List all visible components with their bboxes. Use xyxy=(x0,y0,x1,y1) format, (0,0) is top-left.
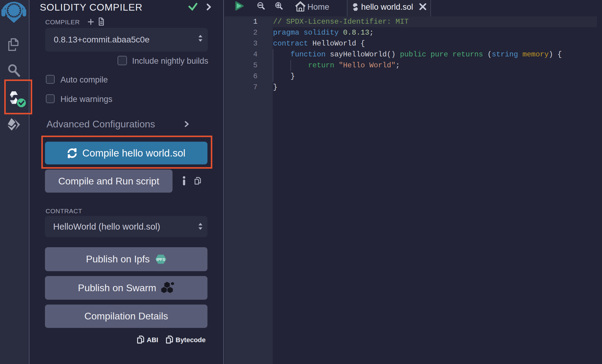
svg-text:IPFS: IPFS xyxy=(156,257,165,262)
